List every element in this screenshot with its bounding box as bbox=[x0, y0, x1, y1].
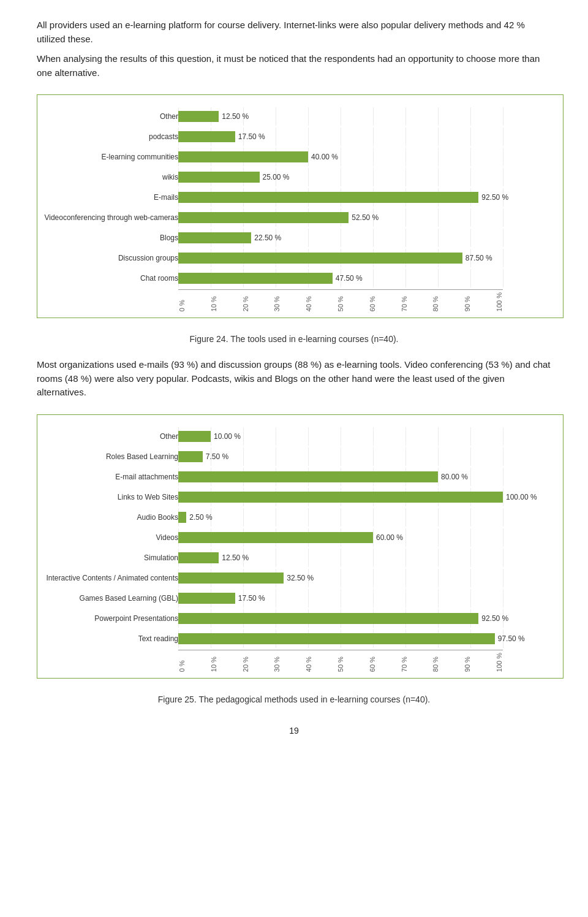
bar-row: E-learning communities40.00 % bbox=[43, 148, 557, 166]
chart-2: Other10.00 %Roles Based Learning7.50 %E-… bbox=[37, 414, 564, 679]
x-axis-tick: 0 % bbox=[178, 292, 186, 311]
bar-value-label: 32.50 % bbox=[287, 574, 314, 582]
bar-fill bbox=[178, 192, 478, 203]
x-axis: 0 %10 %20 %30 %40 %50 %60 %70 %80 %90 %1… bbox=[178, 650, 503, 672]
x-axis-tick: 60 % bbox=[369, 292, 376, 311]
figure-24-caption: Figure 24. The tools used in e-learning … bbox=[37, 333, 551, 346]
bar-label: Blogs bbox=[43, 234, 178, 242]
bar-value-label: 40.00 % bbox=[311, 153, 338, 161]
x-axis-tick: 100 % bbox=[496, 653, 503, 672]
bar-fill bbox=[178, 471, 438, 482]
x-axis: 0 %10 %20 %30 %40 %50 %60 %70 %80 %90 %1… bbox=[178, 289, 503, 311]
x-axis-tick: 40 % bbox=[305, 653, 312, 672]
bar-row: Chat rooms47.50 % bbox=[43, 269, 557, 287]
bar-value-label: 92.50 % bbox=[481, 614, 508, 623]
bar-row: Videoconferencing through web-cameras52.… bbox=[43, 208, 557, 227]
bar-label: Videoconferencing through web-cameras bbox=[43, 213, 178, 222]
bar-row: Other10.00 % bbox=[43, 427, 557, 446]
bar-fill bbox=[178, 212, 349, 223]
bar-label: Other bbox=[43, 112, 178, 121]
bar-row: Roles Based Learning7.50 % bbox=[43, 447, 557, 466]
x-axis-tick: 40 % bbox=[305, 292, 312, 311]
bar-label: Videos bbox=[43, 533, 178, 542]
bar-row: Other12.50 % bbox=[43, 107, 557, 126]
bar-fill bbox=[178, 613, 478, 624]
bar-row: Simulation12.50 % bbox=[43, 549, 557, 567]
bar-fill bbox=[178, 573, 284, 584]
bar-row: Interactive Contents / Animated contents… bbox=[43, 569, 557, 587]
x-axis-tick: 10 % bbox=[210, 653, 217, 672]
bar-label: Discussion groups bbox=[43, 254, 178, 262]
x-axis-tick: 30 % bbox=[273, 292, 281, 311]
bar-label: E-learning communities bbox=[43, 153, 178, 161]
x-axis-tick: 60 % bbox=[369, 653, 376, 672]
x-axis-tick: 80 % bbox=[432, 292, 439, 311]
bar-value-label: 22.50 % bbox=[254, 234, 281, 242]
bar-row: Audio Books2.50 % bbox=[43, 508, 557, 527]
bar-label: wikis bbox=[43, 173, 178, 181]
bar-row: Text reading97.50 % bbox=[43, 630, 557, 648]
x-axis-tick: 70 % bbox=[401, 292, 408, 311]
bar-row: E-mail attachments80.00 % bbox=[43, 468, 557, 486]
bar-row: Discussion groups87.50 % bbox=[43, 249, 557, 267]
bar-label: Links to Web Sites bbox=[43, 493, 178, 501]
x-axis-tick: 90 % bbox=[464, 653, 471, 672]
bar-label: Roles Based Learning bbox=[43, 452, 178, 461]
figure-25-caption: Figure 25. The pedagogical methods used … bbox=[37, 693, 551, 706]
bar-fill bbox=[178, 552, 219, 563]
bar-value-label: 2.50 % bbox=[189, 513, 212, 522]
x-axis-tick: 20 % bbox=[242, 653, 249, 672]
bar-fill bbox=[178, 232, 251, 243]
bar-row: Links to Web Sites100.00 % bbox=[43, 488, 557, 506]
bar-fill bbox=[178, 131, 235, 142]
bar-fill bbox=[178, 172, 260, 183]
bar-row: Powerpoint Presentations92.50 % bbox=[43, 609, 557, 628]
bar-label: E-mails bbox=[43, 193, 178, 202]
x-axis-tick: 90 % bbox=[464, 292, 471, 311]
x-axis-tick: 10 % bbox=[210, 292, 217, 311]
bar-row: Blogs22.50 % bbox=[43, 229, 557, 247]
bar-fill bbox=[178, 532, 373, 543]
x-axis-tick: 0 % bbox=[178, 653, 186, 672]
x-axis-tick: 50 % bbox=[337, 292, 344, 311]
bar-row: podcasts17.50 % bbox=[43, 127, 557, 146]
bar-label: Interactive Contents / Animated contents bbox=[43, 574, 178, 582]
bar-value-label: 47.50 % bbox=[336, 274, 363, 283]
bar-value-label: 60.00 % bbox=[376, 533, 403, 542]
x-axis-tick: 80 % bbox=[432, 653, 439, 672]
x-axis-tick: 50 % bbox=[337, 653, 344, 672]
bar-fill bbox=[178, 512, 186, 523]
paragraph-2: When analysing the results of this quest… bbox=[37, 52, 551, 80]
bar-value-label: 87.50 % bbox=[466, 254, 492, 262]
x-axis-tick: 30 % bbox=[273, 653, 281, 672]
bar-label: Text reading bbox=[43, 634, 178, 643]
x-axis-tick: 100 % bbox=[496, 292, 503, 311]
bar-fill bbox=[178, 633, 495, 644]
x-axis-tick: 70 % bbox=[401, 653, 408, 672]
paragraph-1: All providers used an e-learning platfor… bbox=[37, 18, 551, 46]
bar-value-label: 17.50 % bbox=[238, 594, 265, 603]
bar-fill bbox=[178, 151, 308, 162]
paragraph-3: Most organizations used e-mails (93 %) a… bbox=[37, 358, 551, 400]
bar-label: Simulation bbox=[43, 554, 178, 562]
bar-row: Games Based Learning (GBL)17.50 % bbox=[43, 589, 557, 607]
bar-value-label: 100.00 % bbox=[506, 493, 537, 501]
bar-value-label: 25.00 % bbox=[263, 173, 290, 181]
bar-fill bbox=[178, 451, 203, 462]
bar-value-label: 92.50 % bbox=[481, 193, 508, 202]
bar-fill bbox=[178, 431, 211, 442]
bar-label: E-mail attachments bbox=[43, 473, 178, 481]
bar-fill bbox=[178, 593, 235, 604]
bar-label: Powerpoint Presentations bbox=[43, 614, 178, 623]
bar-value-label: 12.50 % bbox=[222, 112, 249, 121]
bar-fill bbox=[178, 111, 219, 122]
bar-row: wikis25.00 % bbox=[43, 168, 557, 186]
bar-label: podcasts bbox=[43, 132, 178, 141]
bar-label: Audio Books bbox=[43, 513, 178, 522]
chart-1: Other12.50 %podcasts17.50 %E-learning co… bbox=[37, 94, 564, 318]
bar-label: Chat rooms bbox=[43, 274, 178, 283]
bar-row: Videos60.00 % bbox=[43, 528, 557, 547]
bar-label: Other bbox=[43, 432, 178, 441]
bar-value-label: 97.50 % bbox=[498, 634, 525, 643]
page-number: 19 bbox=[37, 725, 551, 737]
